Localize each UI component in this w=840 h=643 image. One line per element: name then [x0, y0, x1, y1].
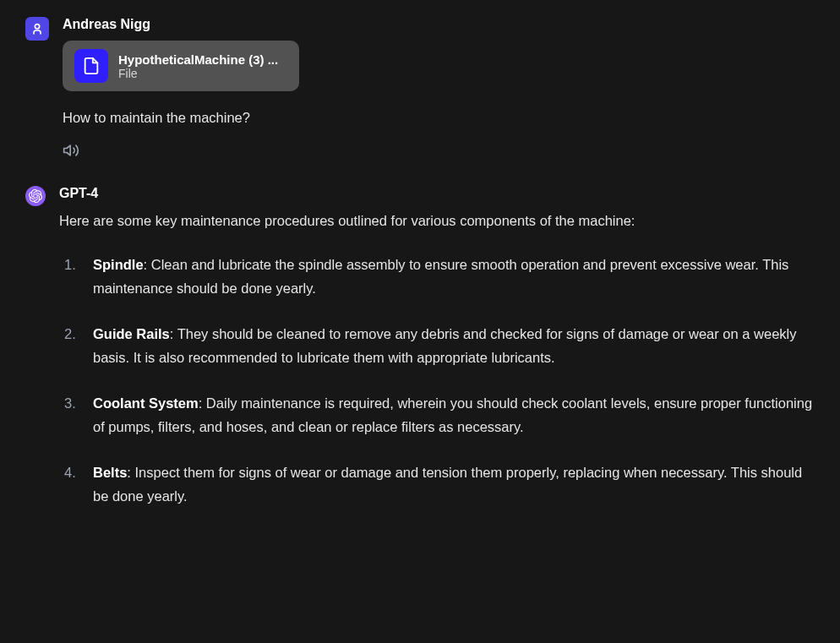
file-name: HypotheticalMachine (3) ...: [118, 52, 278, 67]
maintenance-list: 1. Spindle: Clean and lubricate the spin…: [59, 253, 815, 508]
speaker-icon[interactable]: [63, 142, 79, 159]
list-item: 1. Spindle: Clean and lubricate the spin…: [90, 253, 815, 300]
assistant-author-name: GPT-4: [59, 186, 815, 201]
item-body: : They should be cleaned to remove any d…: [93, 326, 797, 365]
list-item: 3. Coolant System: Daily maintenance is …: [90, 391, 815, 439]
item-body: : Clean and lubricate the spindle assemb…: [93, 257, 788, 296]
item-number: 4.: [64, 460, 76, 484]
item-number: 2.: [64, 322, 76, 346]
user-message: Andreas Nigg HypotheticalMachine (3) ...…: [25, 17, 815, 162]
user-avatar: [25, 17, 49, 41]
item-title: Guide Rails: [93, 326, 170, 341]
item-title: Spindle: [93, 257, 144, 272]
file-info: HypotheticalMachine (3) ... File: [118, 52, 278, 80]
svg-marker-1: [64, 146, 71, 156]
item-title: Coolant System: [93, 395, 199, 411]
ai-logo-icon: [29, 189, 42, 203]
file-icon: [82, 57, 101, 75]
assistant-avatar: [25, 186, 46, 206]
user-message-content: Andreas Nigg HypotheticalMachine (3) ...…: [63, 17, 815, 162]
list-item: 2. Guide Rails: They should be cleaned t…: [90, 322, 815, 369]
item-body: : Daily maintenance is required, wherein…: [93, 395, 812, 434]
user-author-name: Andreas Nigg: [63, 17, 815, 32]
item-number: 3.: [64, 391, 76, 415]
item-title: Belts: [93, 465, 127, 480]
file-type: File: [118, 67, 278, 80]
user-message-text: How to maintain the machine?: [63, 106, 815, 128]
item-body: : Inspect them for signs of wear or dama…: [93, 465, 802, 504]
person-icon: [30, 22, 44, 35]
assistant-message: GPT-4 Here are some key maintenance proc…: [25, 186, 815, 530]
assistant-intro-text: Here are some key maintenance procedures…: [59, 210, 815, 232]
svg-point-0: [35, 25, 39, 29]
assistant-message-content: GPT-4 Here are some key maintenance proc…: [59, 186, 815, 530]
file-attachment[interactable]: HypotheticalMachine (3) ... File: [63, 41, 299, 91]
list-item: 4. Belts: Inspect them for signs of wear…: [90, 460, 815, 508]
file-icon-box: [74, 49, 108, 83]
item-number: 1.: [64, 253, 76, 276]
